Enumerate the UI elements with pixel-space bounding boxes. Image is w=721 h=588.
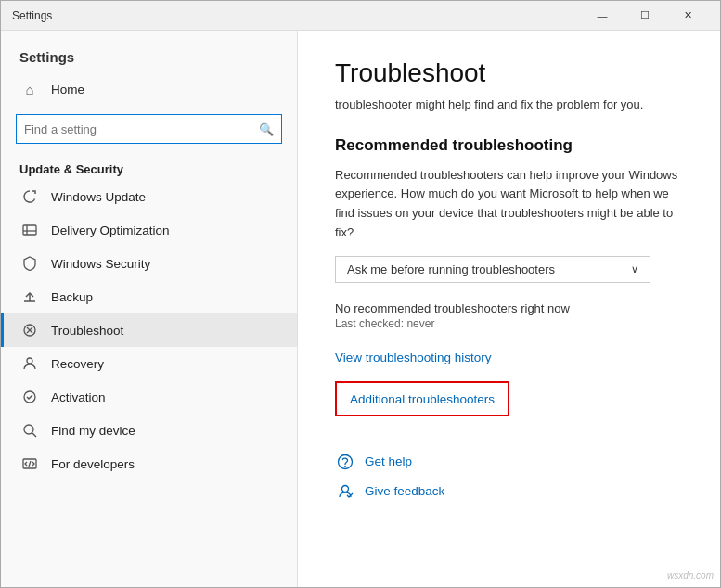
page-title: Troubleshoot: [335, 58, 683, 88]
titlebar-controls: — ☐ ✕: [581, 1, 709, 31]
svg-line-10: [32, 433, 36, 437]
main-content: Settings ⌂ Home 🔍 Update & Security: [1, 31, 720, 587]
svg-point-15: [342, 485, 349, 492]
svg-point-14: [344, 466, 346, 467]
titlebar-title: Settings: [12, 9, 581, 22]
sidebar-item-windows-security[interactable]: Windows Security: [1, 247, 297, 280]
sidebar-item-backup[interactable]: Backup: [1, 280, 297, 313]
sidebar-item-activation-label: Activation: [51, 390, 106, 404]
sidebar-item-find-my-device-label: Find my device: [51, 424, 135, 438]
additional-troubleshooters-box: Additional troubleshooters: [335, 381, 509, 416]
sidebar-item-troubleshoot-label: Troubleshoot: [51, 324, 123, 338]
recommended-desc: Recommended troubleshooters can help imp…: [335, 166, 683, 243]
watermark: wsxdn.com: [667, 570, 714, 581]
svg-line-12: [29, 461, 31, 467]
last-checked: Last checked: never: [335, 317, 683, 330]
settings-window: Settings — ☐ ✕ Settings ⌂ Home 🔍 Update …: [0, 0, 721, 588]
close-button[interactable]: ✕: [666, 1, 709, 31]
sidebar-item-backup-label: Backup: [51, 290, 93, 304]
view-history-link[interactable]: View troubleshooting history: [335, 351, 492, 364]
svg-point-7: [27, 358, 32, 364]
windows-update-icon: [19, 189, 40, 204]
sidebar-item-troubleshoot[interactable]: Troubleshoot: [1, 313, 297, 347]
sidebar-item-windows-update[interactable]: Windows Update: [1, 180, 297, 213]
svg-rect-0: [23, 225, 36, 235]
search-input[interactable]: [24, 122, 259, 136]
dropdown-chevron-icon: ∨: [631, 263, 638, 275]
recovery-icon: [19, 356, 40, 371]
for-developers-icon: [19, 456, 40, 471]
sidebar-header: Settings: [1, 31, 297, 72]
home-icon: ⌂: [19, 82, 40, 97]
sidebar-item-recovery-label: Recovery: [51, 357, 104, 371]
sidebar-item-home[interactable]: ⌂ Home: [1, 72, 297, 107]
find-my-device-icon: [19, 423, 40, 438]
sidebar-item-activation[interactable]: Activation: [1, 380, 297, 414]
backup-icon: [19, 289, 40, 304]
status-text: No recommended troubleshooters right now: [335, 301, 683, 315]
sidebar-item-home-label: Home: [51, 83, 84, 96]
titlebar: Settings — ☐ ✕: [1, 1, 720, 31]
page-subtitle: troubleshooter might help find and fix t…: [335, 96, 683, 114]
sidebar-item-windows-security-label: Windows Security: [51, 257, 150, 271]
sidebar-item-find-my-device[interactable]: Find my device: [1, 414, 297, 447]
svg-point-9: [24, 425, 33, 434]
get-help-row: Get help: [335, 452, 683, 472]
dropdown-value: Ask me before running troubleshooters: [347, 262, 555, 276]
windows-security-icon: [19, 256, 40, 271]
delivery-optimization-icon: [19, 223, 40, 237]
sidebar-item-delivery-optimization[interactable]: Delivery Optimization: [1, 213, 297, 247]
get-help-icon: [335, 452, 355, 472]
maximize-button[interactable]: ☐: [624, 1, 666, 31]
sidebar-item-delivery-opt-label: Delivery Optimization: [51, 224, 170, 237]
troubleshoot-icon: [19, 323, 40, 338]
sidebar-item-for-developers[interactable]: For developers: [1, 447, 297, 480]
activation-icon: [19, 390, 40, 404]
give-feedback-icon: [335, 481, 355, 502]
section-label: Update & Security: [1, 155, 297, 180]
give-feedback-link[interactable]: Give feedback: [365, 484, 444, 498]
sidebar-item-recovery[interactable]: Recovery: [1, 347, 297, 380]
minimize-button[interactable]: —: [581, 1, 624, 31]
additional-troubleshooters-link[interactable]: Additional troubleshooters: [350, 392, 495, 406]
sidebar-item-for-developers-label: For developers: [51, 457, 135, 471]
sidebar: Settings ⌂ Home 🔍 Update & Security: [1, 31, 298, 587]
content-area: Troubleshoot troubleshooter might help f…: [298, 31, 720, 587]
troubleshooter-dropdown[interactable]: Ask me before running troubleshooters ∨: [335, 256, 650, 283]
search-box[interactable]: 🔍: [16, 114, 282, 144]
recommended-title: Recommended troubleshooting: [335, 136, 683, 155]
give-feedback-row: Give feedback: [335, 481, 683, 502]
search-icon: 🔍: [259, 122, 274, 136]
sidebar-item-windows-update-label: Windows Update: [51, 190, 146, 204]
get-help-link[interactable]: Get help: [365, 454, 412, 468]
